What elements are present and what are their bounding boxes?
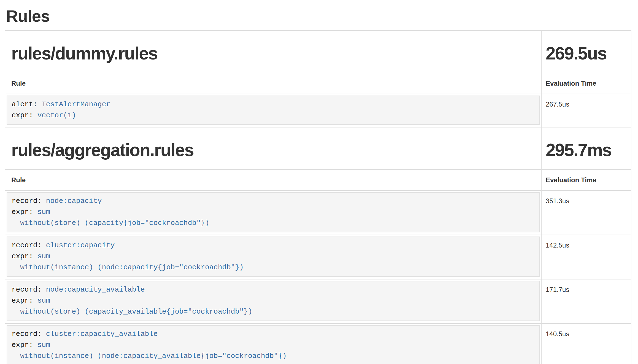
rule-code-text: expr: xyxy=(12,252,37,260)
rule-eval-time: 351.3us xyxy=(541,191,631,235)
group-heading-row: rules/aggregation.rules295.7ms xyxy=(5,127,631,170)
rule-column-header: Rule xyxy=(5,73,541,94)
rule-code-text: record: xyxy=(12,286,46,294)
rule-eval-time: 267.5us xyxy=(541,94,631,127)
rule-row: record: cluster:capacity expr: sum witho… xyxy=(5,235,631,279)
rule-code-text xyxy=(12,308,20,316)
rule-link[interactable]: vector(1) xyxy=(37,111,76,119)
rule-link[interactable]: TestAlertManager xyxy=(42,100,110,108)
eval-column-header: Evaluation Time xyxy=(541,73,631,94)
rule-link[interactable]: without(instance) (node:capacity_availab… xyxy=(20,352,286,360)
rule-code-text xyxy=(12,263,20,271)
group-heading-row: rules/dummy.rules269.5us xyxy=(5,31,631,73)
rule-code-text: expr: xyxy=(12,111,37,119)
group-file-name: rules/aggregation.rules xyxy=(11,140,537,160)
rule-row: record: node:capacity expr: sum without(… xyxy=(5,191,631,235)
rule-code-text: expr: xyxy=(12,341,37,349)
group-eval-time: 269.5us xyxy=(546,44,626,63)
rule-code: record: cluster:capacity_available expr:… xyxy=(7,325,540,364)
column-header-row: RuleEvaluation Time xyxy=(5,170,631,191)
rule-code-text: record: xyxy=(12,197,46,205)
rule-link[interactable]: node:capacity xyxy=(46,197,102,205)
rule-link[interactable]: without(store) (capacity{job="cockroachd… xyxy=(20,219,209,227)
group-eval-time: 295.7ms xyxy=(546,140,626,160)
rules-table-body: rules/dummy.rules269.5usRuleEvaluation T… xyxy=(5,31,631,364)
rule-code: record: cluster:capacity expr: sum witho… xyxy=(7,237,540,277)
rules-page: Rules rules/dummy.rules269.5usRuleEvalua… xyxy=(0,7,638,364)
page-title: Rules xyxy=(6,7,631,25)
rule-row: record: cluster:capacity_available expr:… xyxy=(5,324,631,364)
rule-eval-time: 142.5us xyxy=(541,235,631,279)
rule-eval-time: 140.5us xyxy=(541,324,631,364)
rule-code-text: alert: xyxy=(12,100,42,108)
rule-eval-time: 171.7us xyxy=(541,279,631,324)
rule-link[interactable]: without(store) (capacity_available{job="… xyxy=(20,308,252,316)
rule-cell: record: node:capacity_available expr: su… xyxy=(5,279,541,324)
rule-link[interactable]: cluster:capacity_available xyxy=(46,330,158,338)
rule-link[interactable]: without(instance) (node:capacity{job="co… xyxy=(20,263,244,271)
group-file-cell: rules/aggregation.rules xyxy=(5,127,541,170)
rule-code-text: record: xyxy=(12,330,46,338)
rule-code-text xyxy=(12,352,20,360)
rules-table: rules/dummy.rules269.5usRuleEvaluation T… xyxy=(5,30,631,364)
rule-link[interactable]: node:capacity_available xyxy=(46,286,145,294)
rule-link[interactable]: sum xyxy=(37,208,50,216)
group-eval-time-cell: 269.5us xyxy=(541,31,631,73)
rule-link[interactable]: sum xyxy=(37,252,50,260)
rule-code-text: record: xyxy=(12,241,46,249)
rule-code: record: node:capacity_available expr: su… xyxy=(7,281,540,321)
rule-code-text: expr: xyxy=(12,208,37,216)
group-file-cell: rules/dummy.rules xyxy=(5,31,541,73)
rule-row: alert: TestAlertManager expr: vector(1)2… xyxy=(5,94,631,127)
rule-row: record: node:capacity_available expr: su… xyxy=(5,279,631,324)
eval-column-header: Evaluation Time xyxy=(541,170,631,191)
group-eval-time-cell: 295.7ms xyxy=(541,127,631,170)
rule-link[interactable]: cluster:capacity xyxy=(46,241,115,249)
rule-cell: record: node:capacity expr: sum without(… xyxy=(5,191,541,235)
rule-link[interactable]: sum xyxy=(37,341,50,349)
rule-column-header: Rule xyxy=(5,170,541,191)
rule-cell: alert: TestAlertManager expr: vector(1) xyxy=(5,94,541,127)
rule-code-text: expr: xyxy=(12,297,37,305)
rule-cell: record: cluster:capacity_available expr:… xyxy=(5,324,541,364)
rule-code: record: node:capacity expr: sum without(… xyxy=(7,192,540,232)
rule-code-text xyxy=(12,219,20,227)
group-file-name: rules/dummy.rules xyxy=(11,44,537,63)
rule-code: alert: TestAlertManager expr: vector(1) xyxy=(7,96,540,125)
column-header-row: RuleEvaluation Time xyxy=(5,73,631,94)
rule-link[interactable]: sum xyxy=(37,297,50,305)
rule-cell: record: cluster:capacity expr: sum witho… xyxy=(5,235,541,279)
